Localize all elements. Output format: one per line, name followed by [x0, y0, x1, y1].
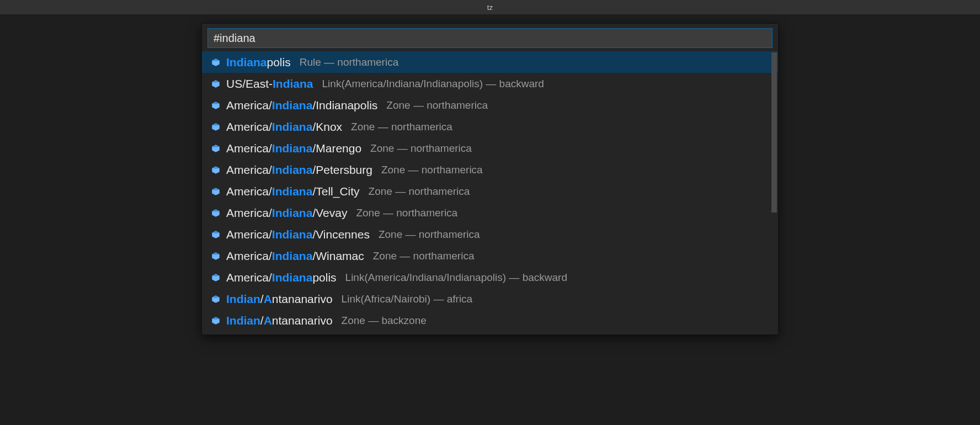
symbol-variable-icon — [211, 122, 221, 132]
symbol-variable-icon — [211, 57, 221, 67]
result-label: America/Indiana/Winamac — [226, 248, 364, 264]
result-row[interactable]: America/Indiana/WinamacZone — northameri… — [202, 245, 778, 267]
result-detail: Link(America/Indiana/Indianapolis) — bac… — [345, 270, 567, 285]
titlebar: tz — [0, 0, 980, 14]
result-detail: Zone — northamerica — [373, 248, 475, 264]
scrollbar-thumb[interactable] — [771, 52, 777, 212]
result-detail: Zone — northamerica — [351, 119, 452, 135]
result-label: America/Indiana/Vevay — [226, 205, 347, 221]
result-label: Indian/Antananarivo — [226, 313, 333, 328]
symbol-variable-icon — [211, 144, 221, 153]
symbol-variable-icon — [211, 79, 221, 89]
result-label: America/Indiana/Tell_City — [226, 184, 360, 199]
result-row[interactable]: America/IndianapolisLink(America/Indiana… — [202, 267, 778, 288]
result-row[interactable]: IndianapolisRule — northamerica — [202, 51, 778, 73]
result-detail: Zone — northamerica — [381, 162, 483, 178]
symbol-variable-icon — [211, 273, 221, 283]
result-detail: Zone — northamerica — [386, 98, 488, 113]
result-detail: Zone — northamerica — [379, 227, 480, 242]
result-row[interactable]: America/Indiana/VevayZone — northamerica — [202, 202, 778, 224]
symbol-variable-icon — [211, 230, 221, 240]
scrollbar[interactable] — [770, 51, 778, 334]
results-container: IndianapolisRule — northamericaUS/East-I… — [202, 51, 778, 334]
result-row[interactable]: America/Indiana/VincennesZone — northame… — [202, 224, 778, 245]
symbol-variable-icon — [211, 100, 221, 110]
symbol-variable-icon — [211, 187, 221, 196]
search-container — [202, 24, 778, 51]
result-row[interactable]: Indian/AntananarivoZone — backzone — [202, 310, 778, 331]
symbol-variable-icon — [211, 294, 221, 304]
result-row[interactable]: America/Indiana/Tell_CityZone — northame… — [202, 180, 778, 202]
symbol-variable-icon — [211, 208, 221, 218]
result-detail: Zone — northamerica — [356, 205, 457, 221]
symbol-variable-icon — [211, 251, 221, 261]
result-detail: Rule — northamerica — [300, 55, 399, 70]
result-row[interactable]: America/Indiana/KnoxZone — northamerica — [202, 116, 778, 137]
result-label: America/Indiana/Marengo — [226, 141, 361, 156]
result-row[interactable]: America/Indiana/IndianapolisZone — north… — [202, 94, 778, 116]
results-list: IndianapolisRule — northamericaUS/East-I… — [202, 51, 778, 334]
result-label: America/Indiana/Indianapolis — [226, 98, 377, 113]
result-detail: Link(America/Indiana/Indianapolis) — bac… — [322, 76, 544, 92]
result-detail: Zone — northamerica — [370, 141, 472, 156]
symbol-variable-icon — [211, 316, 221, 326]
result-label: US/East-Indiana — [226, 76, 313, 92]
result-label: America/Indianapolis — [226, 270, 337, 285]
result-row[interactable]: America/Indiana/PetersburgZone — northam… — [202, 159, 778, 180]
result-row[interactable]: US/East-IndianaLink(America/Indiana/Indi… — [202, 73, 778, 94]
result-label: America/Indiana/Knox — [226, 119, 342, 135]
symbol-variable-icon — [211, 165, 221, 175]
result-label: Indianapolis — [226, 55, 291, 70]
window-title: tz — [487, 3, 493, 12]
symbol-search-input[interactable] — [207, 28, 773, 48]
result-detail: Link(Africa/Nairobi) — africa — [342, 291, 473, 307]
command-palette: IndianapolisRule — northamericaUS/East-I… — [201, 23, 779, 335]
result-row[interactable]: Indian/AntananarivoLink(Africa/Nairobi) … — [202, 288, 778, 310]
result-detail: Zone — backzone — [342, 313, 427, 328]
result-label: Indian/Antananarivo — [226, 291, 333, 307]
result-row[interactable]: America/Indiana/MarengoZone — northameri… — [202, 137, 778, 159]
editor-stage: IndianapolisRule — northamericaUS/East-I… — [0, 14, 980, 425]
result-label: America/Indiana/Petersburg — [226, 162, 372, 178]
result-detail: Zone — northamerica — [369, 184, 470, 199]
result-label: America/Indiana/Vincennes — [226, 227, 370, 242]
